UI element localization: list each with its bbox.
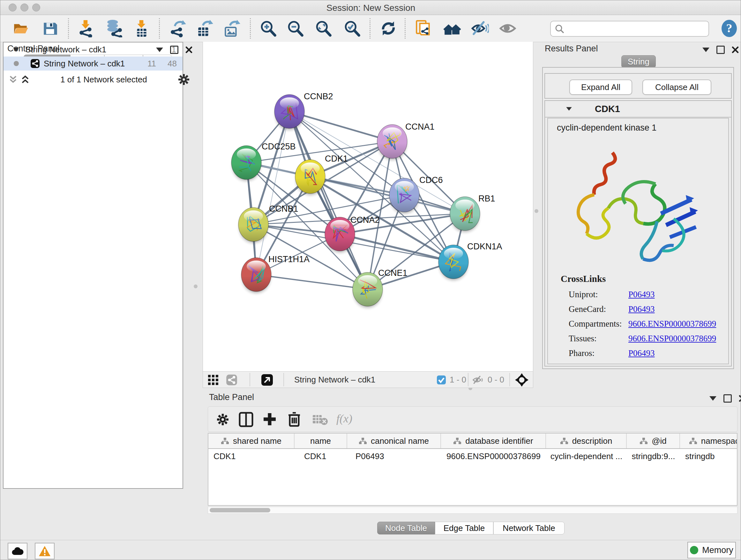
- expand-all-button[interactable]: Expand All: [569, 79, 632, 95]
- column-header-database-identifier[interactable]: database identifier: [441, 434, 546, 448]
- table-body: CDK1CDK1P064939606.ENSP00000378699cyclin…: [208, 449, 737, 463]
- results-panel-collapse-icon[interactable]: [702, 48, 710, 52]
- delete-column-icon[interactable]: [287, 411, 301, 427]
- table-scrollbar-thumb[interactable]: [210, 508, 270, 512]
- table-cell[interactable]: P06493: [347, 449, 441, 463]
- import-table-icon[interactable]: [132, 19, 150, 37]
- crosslink-url[interactable]: P06493: [628, 304, 655, 314]
- network-edge[interactable]: [246, 163, 404, 195]
- network-edge-count: 48: [167, 59, 177, 69]
- zoom-selected-icon[interactable]: [343, 19, 361, 37]
- network-node-RB1[interactable]: RB1: [450, 194, 495, 232]
- node-attribute-table[interactable]: shared namenamecanonical namedatabase id…: [208, 433, 738, 506]
- show-columns-icon[interactable]: [239, 412, 253, 427]
- network-edge[interactable]: [256, 274, 367, 289]
- selected-checkbox-icon[interactable]: [436, 375, 446, 385]
- collapse-all-networks-icon[interactable]: [8, 75, 18, 84]
- toolbar-separator: [405, 18, 406, 39]
- cdk1-section-title: CDK1: [595, 104, 620, 114]
- crosslink-url[interactable]: 9606.ENSP00000378699: [628, 334, 716, 344]
- table-cell[interactable]: stringdb: [680, 449, 738, 463]
- collection-count: 1: [172, 45, 176, 55]
- tab-edge-table[interactable]: Edge Table: [435, 522, 493, 535]
- grid-view-icon[interactable]: [207, 374, 219, 386]
- column-type-icon: [639, 437, 648, 444]
- table-cell[interactable]: CDK1: [208, 449, 294, 463]
- create-column-icon[interactable]: [262, 412, 277, 427]
- tab-string[interactable]: String: [621, 55, 656, 68]
- string-network-graph[interactable]: CCNB2CCNA1CDC25BCDK1CDC6RB1CCNB1CCNA2CDK…: [203, 42, 534, 371]
- table-cell[interactable]: cyclin-dependent ...: [546, 449, 627, 463]
- column-header-label: description: [572, 436, 612, 446]
- cloud-services-button[interactable]: [8, 543, 27, 559]
- network-row-selected[interactable]: String Network – cdk1 11 48: [3, 57, 183, 71]
- column-header-description[interactable]: description: [546, 434, 627, 448]
- network-canvas[interactable]: CCNB2CCNA1CDC25BCDK1CDC6RB1CCNB1CCNA2CDK…: [203, 42, 533, 371]
- crosslink-url[interactable]: P06493: [628, 348, 655, 358]
- column-header-namespace[interactable]: namespace: [680, 434, 738, 448]
- results-panel-float-icon[interactable]: [717, 46, 725, 54]
- column-header-label: database identifier: [465, 436, 533, 446]
- table-options-gear-icon[interactable]: [216, 413, 230, 427]
- zoom-out-icon[interactable]: [286, 19, 305, 37]
- cdk1-section-header[interactable]: CDK1: [545, 101, 731, 118]
- table-horizontal-scrollbar[interactable]: [208, 507, 738, 514]
- export-image-icon[interactable]: [223, 19, 241, 37]
- help-icon[interactable]: ?: [721, 19, 738, 37]
- import-network-icon[interactable]: [77, 19, 95, 37]
- table-row[interactable]: CDK1CDK1P064939606.ENSP00000378699cyclin…: [208, 449, 737, 463]
- column-header-canonical-name[interactable]: canonical name: [347, 434, 441, 448]
- tab-network-table[interactable]: Network Table: [493, 522, 564, 535]
- birds-eye-view-icon[interactable]: [261, 374, 273, 386]
- collection-expand-icon[interactable]: [13, 48, 19, 51]
- crosslink-url[interactable]: P06493: [628, 290, 655, 300]
- left-splitter-handle[interactable]: [194, 285, 198, 288]
- show-all-icon[interactable]: [499, 19, 517, 37]
- fit-selected-crosshair-icon[interactable]: [515, 373, 529, 387]
- export-table-icon[interactable]: [196, 19, 213, 37]
- control-panel-close-icon[interactable]: [185, 46, 192, 53]
- crosslink-url[interactable]: 9606.ENSP00000378699: [628, 319, 716, 329]
- table-panel-close-icon[interactable]: [739, 395, 741, 402]
- right-splitter-handle[interactable]: [535, 209, 538, 213]
- save-session-icon[interactable]: [41, 19, 59, 37]
- network-node-CCNB1[interactable]: CCNB1: [239, 204, 298, 243]
- network-view-icon[interactable]: [226, 374, 238, 386]
- results-panel-close-icon[interactable]: [732, 46, 739, 53]
- warnings-button[interactable]: [35, 543, 55, 559]
- memory-button[interactable]: Memory: [687, 542, 736, 558]
- column-header-@id[interactable]: @id: [627, 434, 680, 448]
- expand-all-networks-icon[interactable]: [20, 75, 30, 84]
- column-header-shared-name[interactable]: shared name: [208, 434, 294, 448]
- table-panel-collapse-icon[interactable]: [710, 396, 717, 401]
- node-label-CCNA2: CCNA2: [350, 215, 380, 225]
- open-session-icon[interactable]: [12, 19, 30, 37]
- cdk1-collapse-icon[interactable]: [566, 107, 572, 111]
- table-panel-float-icon[interactable]: [724, 394, 732, 402]
- column-header-name[interactable]: name: [294, 434, 347, 448]
- tab-node-table[interactable]: Node Table: [377, 522, 435, 535]
- network-node-CDC6[interactable]: CDC6: [389, 175, 443, 213]
- network-node-CCNE1[interactable]: CCNE1: [353, 268, 408, 308]
- new-network-from-selection-icon[interactable]: [414, 19, 432, 37]
- network-node-CDKN1A[interactable]: CDKN1A: [439, 242, 502, 280]
- network-node-HIST1H1A[interactable]: HIST1H1A: [241, 254, 310, 293]
- column-header-label: shared name: [233, 436, 281, 446]
- zoom-fit-icon[interactable]: [315, 19, 333, 37]
- import-network-from-database-icon[interactable]: [105, 19, 123, 37]
- table-cell[interactable]: 9606.ENSP00000378699: [441, 449, 546, 463]
- network-options-gear-icon[interactable]: [178, 73, 190, 86]
- network-edge[interactable]: [289, 111, 392, 141]
- table-cell[interactable]: stringdb:9...: [627, 449, 680, 463]
- hide-selected-icon[interactable]: [471, 19, 489, 37]
- control-panel: Control Panel NetworkStyleSelectSets 1 o…: [3, 42, 193, 537]
- first-neighbors-icon[interactable]: [443, 19, 461, 37]
- apply-layout-icon[interactable]: [380, 19, 397, 37]
- table-cell[interactable]: CDK1: [294, 449, 347, 463]
- export-network-icon[interactable]: [169, 19, 187, 37]
- collapse-all-button[interactable]: Collapse All: [643, 79, 711, 95]
- zoom-in-icon[interactable]: [259, 19, 277, 37]
- network-edge[interactable]: [256, 111, 289, 274]
- search-input[interactable]: [567, 22, 706, 35]
- network-collection-row[interactable]: String Network – cdk1 1: [3, 43, 183, 57]
